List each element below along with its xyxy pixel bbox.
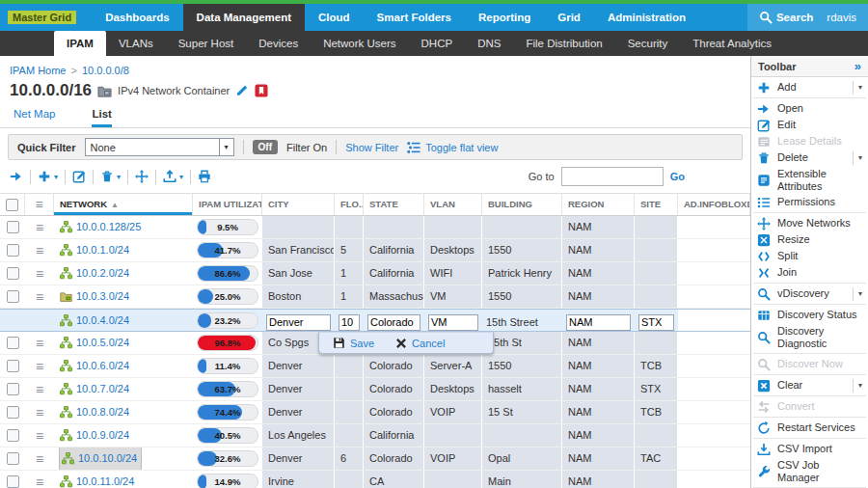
breadcrumb-home-link[interactable]: IPAM Home — [10, 65, 66, 76]
column-header-ad-infobloxde[interactable]: AD.INFOBLOXDE — [678, 194, 750, 215]
edit-button[interactable] — [72, 170, 86, 183]
network-link[interactable]: 10.0.6.0/24 — [76, 355, 129, 377]
network-link[interactable]: 10.0.4.0/24 — [76, 310, 129, 331]
column-header-building[interactable]: BUILDING — [482, 194, 562, 215]
toolbar-item-edit[interactable]: Edit — [756, 117, 863, 133]
search-button[interactable]: Search — [759, 11, 813, 24]
row-menu-icon[interactable]: ≡ — [36, 360, 43, 373]
toolbar-item-discovery-status[interactable]: Discovery Status — [756, 307, 863, 323]
dropdown-caret-icon[interactable]: ▾ — [853, 151, 862, 165]
save-button[interactable]: Save — [333, 337, 374, 349]
network-link[interactable]: 10.0.8.0/24 — [76, 401, 129, 423]
table-menu-icon[interactable]: ≡ — [35, 198, 42, 211]
subnav-item-dns[interactable]: DNS — [465, 31, 513, 56]
network-link[interactable]: 10.0.9.0/24 — [76, 424, 129, 447]
floor-input[interactable] — [339, 314, 360, 331]
subnav-item-file-distribution[interactable]: File Distribution — [513, 31, 614, 56]
show-filter-link[interactable]: Show Filter — [345, 142, 398, 153]
subnav-item-vlans[interactable]: VLANs — [106, 31, 166, 56]
nav-item-grid[interactable]: Grid — [544, 4, 594, 31]
column-header-network[interactable]: NETWORK▲ — [54, 194, 193, 215]
row-menu-icon[interactable]: ≡ — [36, 244, 43, 258]
dropdown-caret-icon[interactable]: ▾ — [853, 379, 862, 393]
subnav-item-super-host[interactable]: Super Host — [166, 31, 247, 56]
state-input[interactable] — [367, 314, 420, 331]
toolbar-item-add[interactable]: Add▾ — [756, 79, 863, 95]
goto-input[interactable] — [561, 167, 664, 186]
column-header-vlan[interactable]: VLAN — [424, 194, 482, 215]
row-menu-icon[interactable]: ≡ — [36, 475, 43, 488]
dropdown-caret-icon[interactable]: ▾ — [117, 173, 121, 181]
network-link[interactable]: 10.0.0.128/25 — [76, 216, 141, 238]
row-menu-icon[interactable]: ≡ — [36, 383, 43, 396]
row-checkbox[interactable] — [7, 475, 19, 488]
column-header-region[interactable]: REGION — [562, 194, 635, 215]
column-header-flo[interactable]: FLO... — [335, 194, 364, 215]
dropdown-caret-icon[interactable]: ▾ — [54, 173, 58, 181]
row-checkbox[interactable] — [7, 452, 19, 465]
select-all-checkbox[interactable] — [6, 199, 18, 211]
dropdown-caret-icon[interactable]: ▾ — [853, 81, 862, 95]
row-menu-icon[interactable]: ≡ — [36, 290, 43, 304]
network-link[interactable]: 10.0.1.0/24 — [76, 239, 129, 261]
column-header-city[interactable]: CITY — [262, 194, 335, 215]
row-menu-icon[interactable]: ≡ — [36, 221, 43, 234]
toolbar-item-vdiscovery[interactable]: vDiscovery▾ — [756, 285, 863, 302]
subnav-item-network-users[interactable]: Network Users — [311, 31, 408, 56]
subnav-item-ipam[interactable]: IPAM — [54, 31, 106, 56]
quick-filter-select[interactable]: None ▾ — [85, 138, 234, 156]
go-button[interactable]: Go — [670, 171, 685, 182]
row-menu-icon[interactable]: ≡ — [36, 452, 43, 466]
toolbar-item-extensible-attributes[interactable]: Extensible Attributes — [756, 166, 863, 194]
subnav-item-threat-analytics[interactable]: Threat Analytics — [680, 31, 784, 56]
region-input[interactable] — [566, 314, 631, 331]
row-menu-icon[interactable]: ≡ — [36, 429, 43, 443]
column-header-state[interactable]: STATE — [364, 194, 424, 215]
nav-item-smart-folders[interactable]: Smart Folders — [364, 4, 465, 31]
filter-off-toggle[interactable]: Off — [253, 140, 278, 154]
vlan-input[interactable] — [428, 314, 478, 331]
row-menu-icon[interactable]: ≡ — [36, 267, 43, 281]
row-checkbox[interactable] — [7, 244, 19, 257]
nav-item-dashboards[interactable]: Dashboards — [92, 4, 182, 31]
toggle-flat-view-button[interactable]: Toggle flat view — [407, 141, 498, 154]
row-checkbox[interactable] — [7, 383, 19, 395]
network-link[interactable]: 10.0.7.0/24 — [76, 378, 129, 400]
edit-pencil-icon[interactable] — [235, 84, 249, 97]
user-menu[interactable]: rdavis — [827, 12, 856, 23]
nav-item-data-management[interactable]: Data Management — [183, 4, 305, 31]
toolbar-item-split[interactable]: Split — [756, 248, 863, 264]
move-button[interactable] — [135, 170, 149, 183]
add-button[interactable]: ▾ — [38, 170, 58, 183]
subnav-item-dhcp[interactable]: DHCP — [409, 31, 466, 56]
collapse-panel-icon[interactable]: » — [854, 59, 861, 73]
row-menu-icon[interactable]: ≡ — [36, 337, 43, 350]
cancel-button[interactable]: Cancel — [395, 338, 445, 349]
nav-item-administration[interactable]: Administration — [594, 4, 699, 31]
network-link[interactable]: 10.0.3.0/24 — [76, 285, 129, 308]
row-checkbox[interactable] — [7, 267, 19, 280]
tab-list[interactable]: List — [92, 108, 111, 127]
toolbar-item-delete[interactable]: Delete▾ — [756, 149, 863, 166]
toolbar-item-permissions[interactable]: Permissions — [756, 194, 863, 210]
toolbar-item-csv-import[interactable]: CSV Import — [756, 441, 863, 457]
toolbar-item-resize[interactable]: Resize — [756, 231, 863, 248]
network-link[interactable]: 10.0.11.0/24 — [76, 471, 134, 488]
toolbar-item-open[interactable]: Open — [756, 100, 863, 117]
row-checkbox[interactable] — [7, 429, 19, 442]
nav-item-cloud[interactable]: Cloud — [305, 4, 364, 31]
toolbar-item-clear[interactable]: Clear▾ — [756, 377, 863, 393]
network-link[interactable]: 10.0.2.0/24 — [76, 262, 129, 285]
tab-net-map[interactable]: Net Map — [14, 108, 55, 127]
network-link[interactable]: 10.0.10.0/24 — [78, 447, 137, 470]
print-button[interactable] — [198, 170, 211, 183]
subnav-item-devices[interactable]: Devices — [246, 31, 311, 56]
dropdown-caret-icon[interactable]: ▾ — [179, 173, 183, 181]
subnav-item-security[interactable]: Security — [615, 31, 681, 56]
nav-item-reporting[interactable]: Reporting — [465, 4, 544, 31]
dropdown-caret-icon[interactable]: ▾ — [853, 287, 862, 301]
toolbar-item-restart-services[interactable]: Restart Services — [756, 420, 863, 436]
toolbar-item-join[interactable]: Join — [756, 264, 863, 281]
site-input[interactable] — [638, 314, 674, 331]
column-header-site[interactable]: SITE — [635, 194, 678, 215]
